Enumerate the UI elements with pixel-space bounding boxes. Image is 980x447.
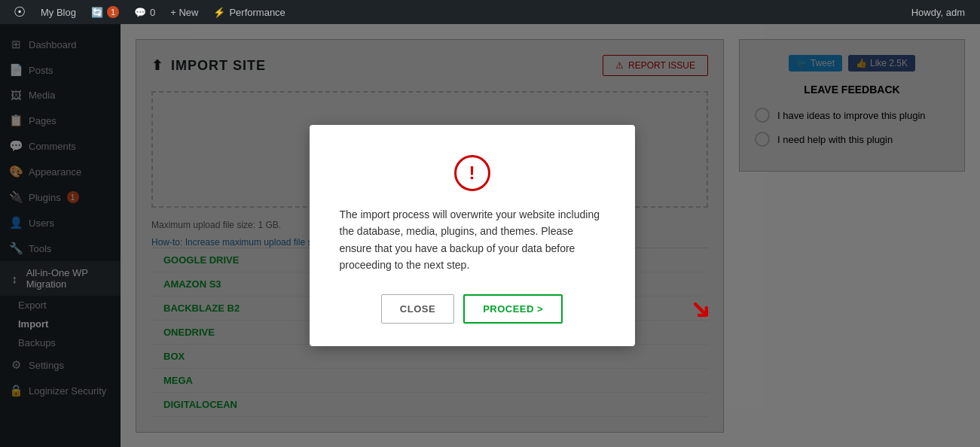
- proceed-button[interactable]: PROCEED >: [463, 294, 563, 324]
- admin-bar: ☉ My Blog 🔄 1 💬 0 + New ⚡ Performance Ho…: [0, 0, 980, 24]
- new-label: + New: [170, 7, 198, 18]
- updates-icon: 🔄: [91, 7, 103, 18]
- wp-logo-icon: ☉: [14, 4, 26, 20]
- comments-icon: 💬: [134, 7, 146, 18]
- adminbar-howdy: Howdy, adm: [904, 7, 972, 18]
- adminbar-performance[interactable]: ⚡ Performance: [207, 0, 291, 24]
- adminbar-new[interactable]: + New: [164, 0, 204, 24]
- comments-count: 0: [150, 7, 155, 18]
- adminbar-site-name[interactable]: My Blog: [35, 0, 82, 24]
- site-name-text: My Blog: [41, 7, 76, 18]
- red-arrow-indicator: ➜: [682, 290, 720, 329]
- adminbar-comments[interactable]: 💬 0: [128, 0, 161, 24]
- performance-icon: ⚡: [213, 7, 225, 18]
- modal-overlay: ! The import process will overwrite your…: [0, 24, 980, 447]
- modal-warning-icon: !: [454, 155, 490, 191]
- confirmation-modal: ! The import process will overwrite your…: [310, 125, 635, 347]
- modal-message: The import process will overwrite your w…: [340, 206, 605, 274]
- updates-badge: 1: [107, 6, 119, 18]
- performance-label: Performance: [229, 7, 285, 18]
- close-modal-button[interactable]: CLOSE: [381, 294, 454, 324]
- adminbar-updates[interactable]: 🔄 1: [85, 0, 125, 24]
- adminbar-wp-logo[interactable]: ☉: [8, 0, 32, 24]
- modal-buttons: CLOSE PROCEED >: [340, 294, 605, 324]
